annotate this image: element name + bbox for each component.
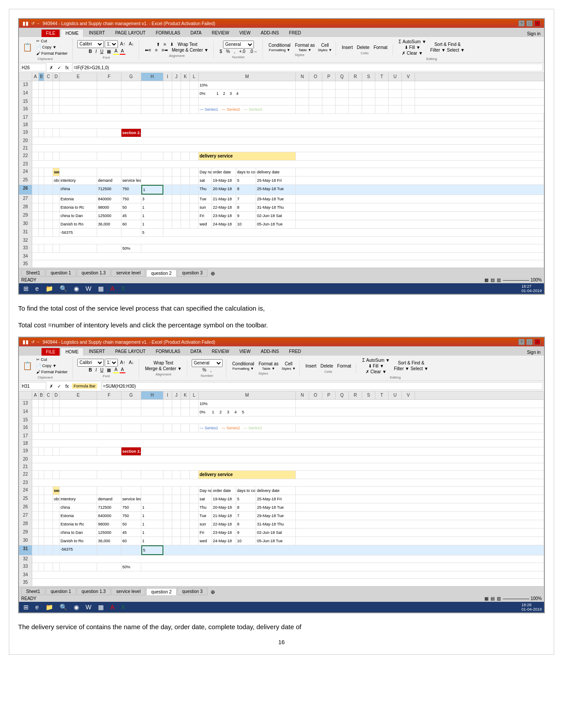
autosum-btn-1[interactable]: Σ AutoSum ▼ [397, 39, 428, 45]
autosum-btn-2[interactable]: Σ AutoSum ▼ [361, 357, 391, 363]
search-btn-2[interactable]: 🔍 [57, 603, 69, 612]
section-22-1[interactable]: section 2.2 [121, 129, 141, 137]
fillcolor-btn-2[interactable]: A [113, 367, 119, 373]
paste-btn-1[interactable]: 📋 [21, 42, 34, 53]
col-k-1[interactable]: K [181, 73, 190, 81]
col-v-2[interactable]: V [402, 391, 415, 399]
delete-cells-btn-2[interactable]: Delete [319, 363, 335, 369]
conditional-format-btn-2[interactable]: Conditional [231, 361, 256, 367]
tab-file-1[interactable]: FILE [41, 29, 60, 37]
merge-btn-2[interactable]: Merge & Center ▼ [144, 366, 183, 372]
col-s-2[interactable]: S [362, 391, 375, 399]
col-t-2[interactable]: T [375, 391, 389, 399]
cell-styles-btn-2[interactable]: Cell [283, 361, 294, 367]
sheet-tab-q3-1[interactable]: question 3 [178, 269, 208, 277]
merge-btn-1[interactable]: Merge & Center ▼ [170, 47, 210, 53]
tab-addins-1[interactable]: ADD-INS [256, 29, 283, 37]
insert-cells-btn-1[interactable]: Insert [340, 45, 354, 50]
filter-select-btn-1[interactable]: Filter ▼ Select ▼ [429, 47, 466, 53]
wrap-btn-2[interactable]: Wrap Text [152, 360, 175, 366]
acrobat-btn-2[interactable]: A [108, 603, 117, 612]
col-o-2[interactable]: O [309, 391, 322, 399]
fillcolor-btn-1[interactable]: A [113, 48, 119, 55]
ie-btn-2[interactable]: e [33, 603, 41, 612]
col-d-1[interactable]: D [53, 73, 60, 81]
copy-btn-1[interactable]: 📄 Copy ▼ [35, 45, 69, 50]
font-select-2[interactable]: Calibri [77, 359, 104, 367]
number-format-select-2[interactable]: General [192, 359, 223, 367]
col-r-2[interactable]: R [349, 391, 362, 399]
paste-btn-2[interactable]: 📋 [21, 360, 34, 371]
tab-home-2[interactable]: HOME [60, 348, 83, 356]
formula-input-2[interactable] [101, 382, 543, 390]
col-o-1[interactable]: O [309, 73, 322, 81]
sheet-tab-sl-2[interactable]: service level [111, 588, 145, 595]
tab-formulas-2[interactable]: FORMULAS [151, 347, 185, 356]
italic-btn-1[interactable]: I [94, 49, 98, 54]
sheet-tab-q13-1[interactable]: question 1.3 [77, 269, 111, 277]
view-normal-2[interactable]: ▦ [484, 596, 488, 601]
view-preview-1[interactable]: ▥ [497, 278, 501, 282]
underline-btn-1[interactable]: U [99, 49, 105, 54]
size-select-1[interactable]: 11 [105, 40, 118, 48]
sheet-tab-sheet1-1[interactable]: Sheet1 [21, 269, 45, 277]
formatpainter-btn-1[interactable]: 🖌 Format Painter [35, 51, 69, 56]
align-left-1[interactable]: ⬅≡ [144, 47, 152, 53]
bold-btn-1[interactable]: B [87, 49, 93, 54]
clear-btn-1[interactable]: ✗ Clear ▼ [401, 50, 424, 56]
tab-insert-2[interactable]: INSERT [84, 347, 110, 356]
format-table-btn-1[interactable]: Format as [294, 42, 316, 48]
col-l-1[interactable]: L [190, 73, 199, 81]
col-i-2[interactable]: I [163, 391, 172, 399]
insert-cells-btn-2[interactable]: Insert [304, 363, 318, 369]
delivery-service-2[interactable]: delivery service [199, 471, 296, 479]
maximize-btn-1[interactable]: □ [526, 20, 533, 26]
underline-btn-2[interactable]: U [99, 367, 105, 373]
col-j-1[interactable]: J [172, 73, 181, 81]
ie-btn-1[interactable]: e [33, 284, 41, 293]
view-page-2[interactable]: ▤ [491, 596, 495, 601]
cut-btn-1[interactable]: ✂ Cut [35, 38, 69, 44]
filter-select-btn-2[interactable]: Filter ▼ Select ▼ [393, 366, 430, 372]
col-u-1[interactable]: U [389, 73, 402, 81]
conditional-format-btn-1[interactable]: Conditional [267, 42, 292, 48]
col-h-1[interactable]: H [141, 73, 163, 81]
view-normal-1[interactable]: ▦ [484, 278, 488, 282]
col-k-2[interactable]: K [181, 391, 190, 399]
tab-home-1[interactable]: HOME [60, 29, 83, 37]
col-e-1[interactable]: E [60, 73, 97, 81]
bold-btn-2[interactable]: B [87, 367, 93, 373]
italic-btn-2[interactable]: I [94, 367, 98, 373]
col-a-2[interactable]: A [32, 391, 39, 399]
copy-btn-2[interactable]: 📄 Copy ▼ [35, 363, 69, 368]
name-box-1[interactable] [20, 64, 46, 71]
decrease-font-2[interactable]: A↓ [128, 360, 136, 365]
winrar-btn-1[interactable]: ▦ [96, 284, 106, 293]
dec-dec-1[interactable]: .0→ [248, 49, 259, 54]
add-sheet-btn-2[interactable]: ⊕ [211, 589, 215, 595]
percent-btn-1[interactable]: % [225, 49, 231, 54]
format-cells-btn-1[interactable]: Format [372, 45, 389, 50]
align-center-1[interactable]: ≡ [154, 47, 159, 53]
maximize-btn-2[interactable]: □ [526, 339, 533, 345]
winrar-btn-2[interactable]: ▦ [96, 603, 106, 612]
cut-btn-2[interactable]: ✂ Cut [35, 357, 69, 362]
cell-styles-btn-1[interactable]: Cell [320, 42, 330, 48]
folder-btn-2[interactable]: 📁 [43, 603, 55, 612]
sheet-tab-sl-1[interactable]: service level [111, 269, 145, 277]
align-bot-1[interactable]: ⬇ [169, 41, 175, 47]
sheet-tab-sheet1-2[interactable]: Sheet1 [21, 588, 45, 595]
tab-pagelayout-2[interactable]: PAGE LAYOUT [110, 347, 151, 356]
increase-font-1[interactable]: A↑ [119, 41, 127, 47]
align-right-1[interactable]: ≡➡ [160, 47, 169, 53]
fontcolor-btn-2[interactable]: A [120, 367, 125, 373]
size-select-2[interactable]: 11 [105, 359, 118, 367]
minimize-btn-2[interactable]: ? [518, 339, 525, 345]
excel-btn-1[interactable]: X [119, 284, 127, 293]
increase-font-2[interactable]: A↑ [119, 360, 127, 365]
sheet-tab-q2-1[interactable]: question 2 [146, 270, 176, 277]
insert-function-2[interactable]: fx [64, 383, 70, 389]
col-q-2[interactable]: Q [336, 391, 349, 399]
col-p-2[interactable]: P [322, 391, 336, 399]
format-table-btn-2[interactable]: Format as [257, 361, 280, 367]
